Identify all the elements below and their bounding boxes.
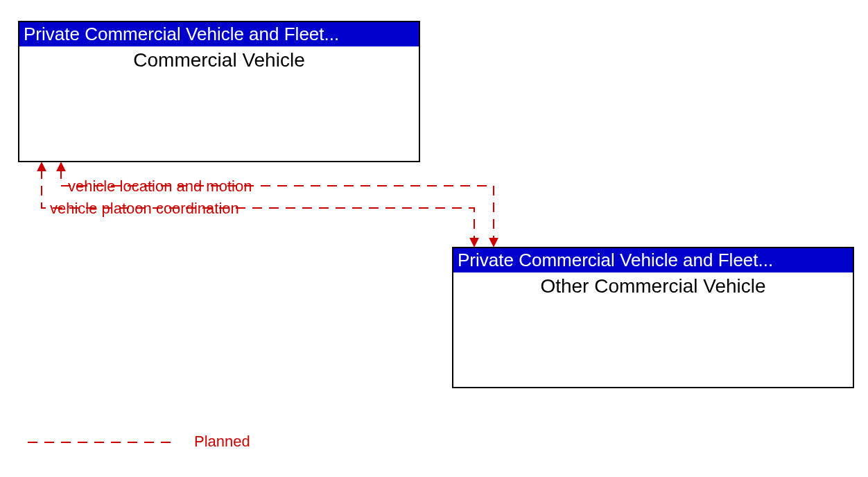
box-title-top: Commercial Vehicle [19,46,419,71]
box-header-top: Private Commercial Vehicle and Fleet... [19,22,419,46]
box-header-bottom: Private Commercial Vehicle and Fleet... [453,248,853,272]
box-title-bottom: Other Commercial Vehicle [453,272,853,297]
box-other-commercial-vehicle: Private Commercial Vehicle and Fleet... … [452,247,854,388]
box-commercial-vehicle: Private Commercial Vehicle and Fleet... … [18,21,420,162]
flow-label-vehicle-location: vehicle location and motion [68,177,252,196]
flow-label-vehicle-platoon: vehicle platoon coordination [50,200,239,218]
legend-label-planned: Planned [194,433,250,451]
